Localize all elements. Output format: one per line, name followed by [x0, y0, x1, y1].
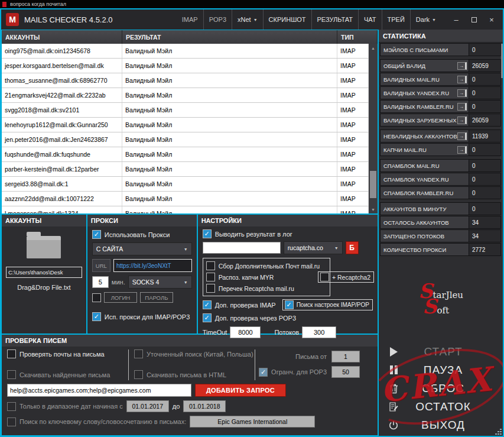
export-icon[interactable]: → — [457, 62, 467, 70]
column-header-result[interactable]: РЕЗУЛЬТАТ — [122, 30, 337, 44]
close-button[interactable]: × — [483, 9, 500, 30]
captcha-key-input[interactable] — [203, 242, 281, 254]
result-cell: Валидный Мэйл — [122, 44, 337, 58]
recheck-recaptcha-checkbox[interactable]: ✓ Перечек Recaptcha mail.ru — [206, 283, 327, 294]
menu-item-label: ТРЕЙ — [388, 16, 405, 23]
check-icon: ✓ — [203, 230, 211, 238]
table-row[interactable]: parber-kerstein@mail.dk:12parber Валидны… — [2, 162, 369, 177]
export-icon[interactable]: → — [457, 103, 467, 111]
extra-imap-checkbox[interactable]: ✓ Доп. проверка IMAP — [203, 300, 276, 309]
scroll-up-icon[interactable]: ▲ — [369, 44, 378, 52]
menu-item[interactable]: Dark ▼ — [410, 9, 441, 30]
balance-button[interactable]: Б — [346, 241, 359, 254]
collect-mailru-checkbox[interactable]: ✓ Сбор Дополнительных Почт mail.ru — [206, 260, 327, 271]
scrollbar-thumb[interactable] — [501, 44, 503, 78]
proxy-source-select[interactable]: С САЙТА ▼ — [92, 242, 192, 255]
export-icon[interactable]: → — [457, 76, 467, 83]
export-icon[interactable]: → — [457, 146, 467, 154]
download-html-checkbox[interactable]: ✓ Скачивать письма в HTML — [134, 370, 255, 379]
stat-row: АККАУНТОВ В МИНУТУ → 0 — [380, 202, 501, 215]
menu-item[interactable]: xNet ▼ — [232, 9, 263, 30]
log-output-checkbox[interactable]: ✓ Выводить результат в лог — [203, 229, 292, 238]
table-row[interactable]: jesper.korsgaard.bertelsen@mail.dk Валид… — [2, 59, 369, 73]
proxy-url-input[interactable]: https://bit.ly/3eoNXtT — [113, 259, 192, 272]
table-row[interactable]: 21engmarksvej422@mail.dk:2232ab Валидный… — [2, 88, 369, 103]
menu-item[interactable]: IMAP ▼ — [177, 9, 203, 30]
refined-search-checkbox[interactable]: ✓ Уточненный поиск (Китай, Польша) — [134, 349, 255, 358]
table-row[interactable]: svgg2018@mail.dk:sv2101 Валидный Мэйл IM… — [2, 103, 369, 118]
stat-value: 0 — [469, 173, 501, 186]
date-to-input[interactable] — [183, 400, 226, 412]
table-row[interactable]: jen.peter2016@mail.dk:Jen24623867 Валидн… — [2, 132, 369, 147]
stat-value: 0 — [469, 143, 501, 156]
menu-item[interactable]: РЕЗУЛЬТАТ ▼ — [311, 9, 358, 30]
table-row[interactable]: thomas_susanne@mail.dk:68962770 Валидный… — [2, 73, 369, 88]
proxy-interval-input[interactable] — [92, 276, 109, 288]
start-button[interactable]: СТАРТ — [381, 343, 500, 360]
checkbox-label: Огранч. для POP3 — [271, 368, 327, 376]
type-cell: IMAP — [337, 59, 369, 73]
menu-bar: IMAP ▼ POP3 ▼ xNet ▼ СКРИНШОТ ▼ РЕЗУЛЬТА… — [177, 9, 441, 30]
use-proxy-checkbox[interactable]: ✓ Использовать Прокси — [92, 230, 170, 239]
recognize-captcha-checkbox[interactable]: ✓ Распоз. капчи MYR — [206, 271, 327, 283]
remainder-button[interactable]: ОСТАТОК — [381, 398, 500, 415]
menu-item[interactable]: СКРИНШОТ ▼ — [263, 9, 311, 30]
extra-pop3-checkbox[interactable]: ✓ Доп. проверка через POP3 — [203, 313, 296, 322]
pause-button[interactable]: ПАУЗА — [381, 361, 500, 378]
stat-label-cell: ВАЛИДНЫХ ЗАРУБЕЖНЫХ → — [380, 114, 469, 127]
stats-scrollbar[interactable] — [501, 44, 503, 254]
captcha-service-select[interactable]: rucaptcha.co ▼ — [284, 241, 343, 254]
column-header-accounts[interactable]: АККАУНТЫ — [2, 30, 122, 44]
letters-from-input[interactable] — [331, 351, 360, 362]
proxy-auth-checkbox[interactable]: ✓ — [92, 293, 101, 302]
scrollbar-thumb[interactable] — [370, 171, 376, 198]
table-row[interactable]: sergeid3.88@mail.dk:1 Валидный Мэйл IMAP — [2, 177, 369, 192]
folder-icon[interactable] — [27, 236, 61, 258]
table-row[interactable]: aazznn22dd@mail.dk:10071222 Валидный Мэй… — [2, 192, 369, 206]
table-row[interactable]: lenehoyrup1612@mail.dk:Gunnar250 Валидны… — [2, 118, 369, 132]
export-icon[interactable]: → — [457, 116, 467, 124]
recaptcha2-checkbox[interactable]: ✓ + Recaptcha2 — [318, 271, 374, 283]
table-scrollbar[interactable]: ▲ ▼ — [369, 44, 378, 213]
scroll-down-icon[interactable]: ▼ — [369, 205, 378, 213]
menu-item[interactable]: ЧАТ ▼ — [358, 9, 382, 30]
exit-button[interactable]: ВЫХОД — [381, 416, 500, 433]
date-from-input[interactable] — [126, 400, 169, 412]
maximize-button[interactable] — [465, 9, 483, 30]
accounts-panel-title: АККАУНТЫ — [2, 215, 86, 226]
checkbox-label: Проверять почты на письма — [19, 351, 105, 358]
download-found-checkbox[interactable]: ✓ Скачивать найденные письма — [7, 370, 128, 379]
minimize-button[interactable]: – — [447, 9, 465, 30]
column-header-type[interactable]: ТИП — [337, 30, 378, 44]
proxy-password-field[interactable]: ПАРОЛЬ — [140, 292, 173, 303]
check-letters-checkbox[interactable]: ✓ Проверять почты на письма — [7, 349, 128, 358]
menu-item[interactable]: POP3 ▼ — [203, 9, 232, 30]
type-cell: IMAP — [337, 88, 369, 102]
menu-item[interactable]: ТРЕЙ ▼ — [382, 9, 410, 30]
letters-to-input[interactable] — [331, 366, 360, 378]
table-row[interactable]: l.mogensen@mail.dk:1324 Валидный Мэйл IM… — [2, 206, 369, 213]
stat-label-cell: СПАМБЛОК RAMBLER.RU → — [380, 186, 469, 199]
table-row[interactable]: fuqshunde@mail.dk:fuqshunde Валидный Мэй… — [2, 147, 369, 162]
pop3-limit-checkbox[interactable]: ✓ Огранч. для POP3 — [259, 368, 327, 377]
add-query-button[interactable]: ДОБАВИТЬ ЗАПРОС — [195, 384, 286, 397]
keyword-search-checkbox[interactable]: ✓ Поиск по ключевому слову/словосочетани… — [7, 417, 186, 426]
export-icon[interactable]: → — [457, 89, 467, 97]
reset-button[interactable]: СБРОС — [381, 380, 500, 397]
accounts-file-path[interactable]: C:\Users\thanos\Desk — [6, 267, 82, 278]
search-query-input[interactable] — [7, 384, 191, 397]
search-settings-checkbox[interactable]: ✓ Поиск настроек IMAP/POP — [282, 299, 373, 310]
stat-label: ВАЛИДНЫХ YANDEX.RU — [383, 90, 449, 96]
timeout-input[interactable] — [230, 326, 261, 338]
proxy-for-imap-checkbox[interactable]: ✓ Исп. прокси для IMAP/POP3 — [92, 312, 190, 321]
stat-value: 34 — [469, 229, 501, 242]
proxy-type-select[interactable]: SOCKS 4 ▼ — [128, 276, 192, 289]
table-row[interactable]: oing975@mail.dk:oin12345678 Валидный Мэй… — [2, 44, 369, 59]
threads-input[interactable] — [302, 326, 336, 338]
table-header: АККАУНТЫ РЕЗУЛЬТАТ ТИП — [2, 30, 378, 44]
date-range-checkbox[interactable]: ✓ Только в диапазоне дат начиная с — [7, 402, 123, 411]
export-icon[interactable]: → — [457, 132, 467, 140]
proxy-login-field[interactable]: ЛОГИН — [104, 292, 137, 303]
resize-grip[interactable] — [495, 428, 502, 435]
keyword-input[interactable] — [190, 416, 315, 428]
